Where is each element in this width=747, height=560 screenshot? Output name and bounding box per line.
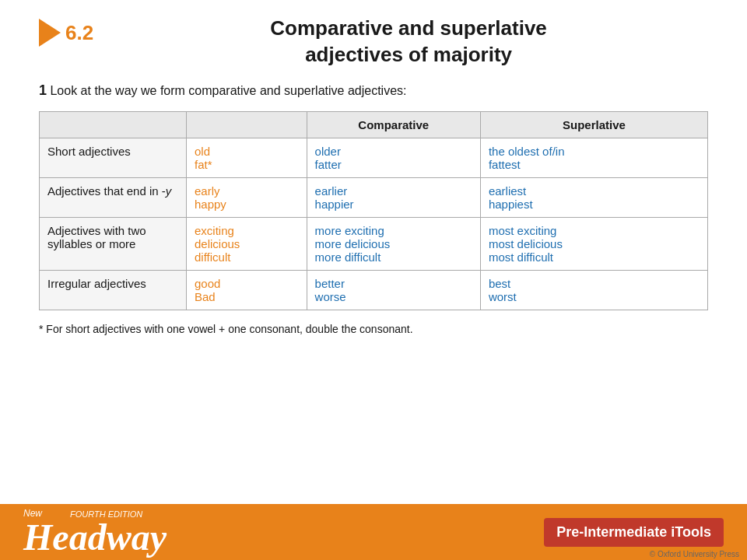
table-row: Short adjectives oldfat* olderfatter the… [40, 138, 708, 177]
row-superlative-4: bestworst [480, 270, 707, 310]
col-header-comparative: Comparative [307, 111, 480, 138]
col-header-empty [40, 111, 187, 138]
page-title: Comparative and superlative adjectives o… [109, 16, 708, 68]
col-header-superlative: Superlative [480, 111, 707, 138]
row-comparative-4: betterworse [307, 270, 480, 310]
row-superlative-2: earliesthappiest [480, 177, 707, 217]
row-type-4: Irregular adjectives [40, 270, 187, 310]
triangle-icon [39, 19, 61, 47]
row-comparative-2: earlierhappier [307, 177, 480, 217]
row-examples-1: oldfat* [186, 138, 307, 177]
section-number: 6.2 [65, 21, 93, 45]
row-comparative-1: olderfatter [307, 138, 480, 177]
row-superlative-1: the oldest of/infattest [480, 138, 707, 177]
footnote-text: * For short adjectives with one vowel + … [39, 321, 708, 338]
row-type-3: Adjectives with two syllables or more [40, 217, 187, 270]
row-comparative-3: more excitingmore deliciousmore difficul… [307, 217, 480, 270]
row-examples-3: excitingdeliciousdifficult [186, 217, 307, 270]
headway-label: Headway [23, 519, 167, 556]
instruction-text: 1 Look at the way we form comparative an… [39, 82, 708, 99]
row-examples-4: goodBad [186, 270, 307, 310]
row-superlative-3: most excitingmost deliciousmost difficul… [480, 217, 707, 270]
product-label: Pre-Intermediate iTools [544, 518, 724, 547]
headway-logo-group: New FOURTH EDITION Headway [23, 508, 167, 556]
row-type-1: Short adjectives [40, 138, 187, 177]
table-row: Adjectives that end in -y earlyhappy ear… [40, 177, 708, 217]
table-row: Irregular adjectives goodBad betterworse… [40, 270, 708, 310]
copyright-text: © Oxford University Press [650, 550, 739, 558]
footer: New FOURTH EDITION Headway Pre-Intermedi… [0, 504, 747, 560]
col-header-example [186, 111, 307, 138]
row-examples-2: earlyhappy [186, 177, 307, 217]
table-row: Adjectives with two syllables or more ex… [40, 217, 708, 270]
adjectives-table: Comparative Superlative Short adjectives… [39, 111, 708, 310]
row-type-2: Adjectives that end in -y [40, 177, 187, 217]
